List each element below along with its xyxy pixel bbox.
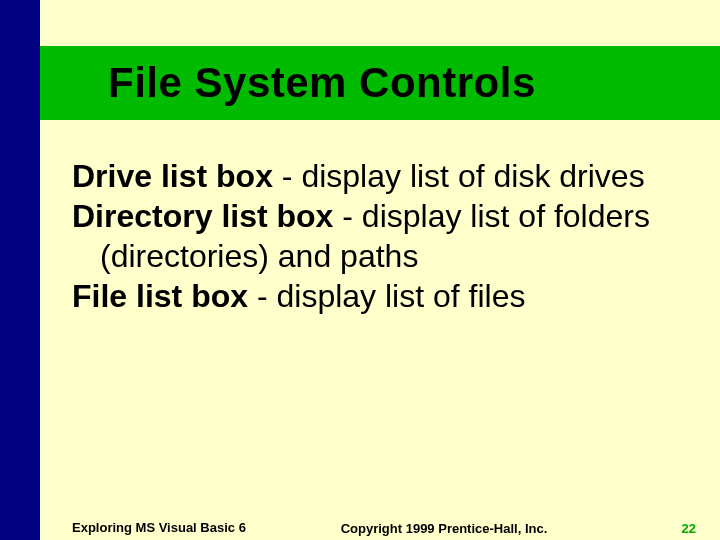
body-item: File list box - display list of files bbox=[72, 276, 672, 316]
term: Directory list box bbox=[72, 198, 333, 234]
term: Drive list box bbox=[72, 158, 273, 194]
slide-footer: Exploring MS Visual Basic 6 Copyright 19… bbox=[72, 521, 696, 536]
desc: - display list of files bbox=[248, 278, 525, 314]
footer-left: Exploring MS Visual Basic 6 bbox=[72, 521, 252, 536]
side-stripe bbox=[0, 0, 40, 540]
body-item: Drive list box - display list of disk dr… bbox=[72, 156, 672, 196]
slide-body: Drive list box - display list of disk dr… bbox=[72, 156, 672, 316]
body-item: Directory list box - display list of fol… bbox=[72, 196, 672, 276]
slide: File System Controls Drive list box - di… bbox=[0, 0, 720, 540]
footer-copyright: Copyright 1999 Prentice-Hall, Inc. bbox=[252, 521, 636, 536]
slide-title: File System Controls bbox=[40, 46, 720, 120]
term: File list box bbox=[72, 278, 248, 314]
footer-page-number: 22 bbox=[636, 521, 696, 536]
desc: - display list of disk drives bbox=[273, 158, 645, 194]
